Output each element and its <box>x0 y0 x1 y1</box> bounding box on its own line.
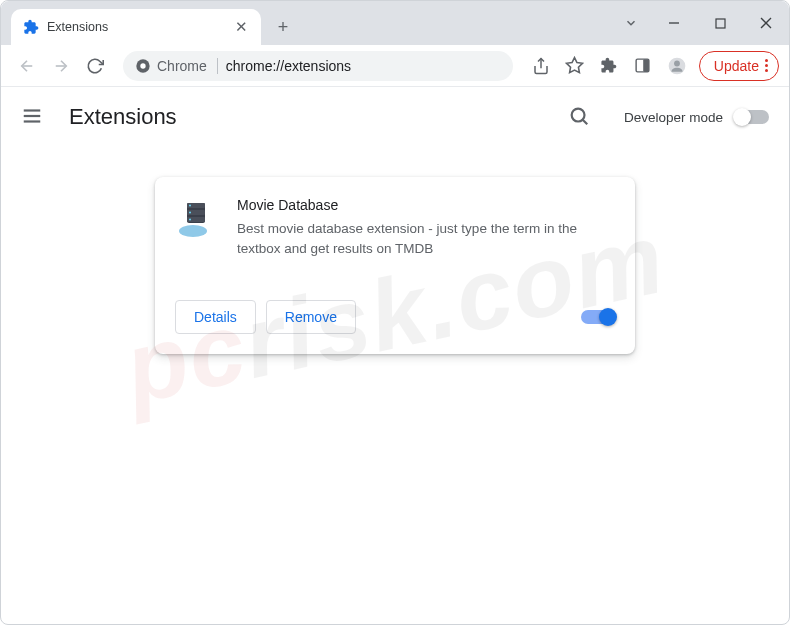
toggle-knob <box>733 108 751 126</box>
toggle-knob <box>599 308 617 326</box>
chevron-down-icon[interactable] <box>611 1 651 45</box>
svg-point-19 <box>179 225 207 237</box>
url-text: chrome://extensions <box>226 58 351 74</box>
browser-tab[interactable]: Extensions ✕ <box>11 9 261 45</box>
window-close-button[interactable] <box>743 1 789 45</box>
maximize-button[interactable] <box>697 1 743 45</box>
svg-rect-1 <box>716 19 725 28</box>
svg-line-18 <box>583 120 588 125</box>
extension-icon <box>175 197 217 239</box>
tab-title: Extensions <box>47 20 225 34</box>
address-bar[interactable]: Chrome chrome://extensions <box>123 51 513 81</box>
hamburger-menu-button[interactable] <box>21 105 45 129</box>
forward-button[interactable] <box>45 50 77 82</box>
extension-name: Movie Database <box>237 197 615 213</box>
side-panel-button[interactable] <box>627 50 659 82</box>
extension-card: Movie Database Best movie database exten… <box>155 177 635 354</box>
svg-point-24 <box>189 205 191 207</box>
content-area: Movie Database Best movie database exten… <box>1 147 789 624</box>
bookmark-star-button[interactable] <box>559 50 591 82</box>
svg-point-13 <box>674 60 680 66</box>
svg-marker-9 <box>567 58 583 73</box>
puzzle-icon <box>23 19 39 35</box>
content-header: Extensions Developer mode <box>1 87 789 147</box>
chrome-chip: Chrome <box>135 58 218 74</box>
extension-enable-toggle[interactable] <box>581 310 615 324</box>
update-label: Update <box>714 58 759 74</box>
new-tab-button[interactable]: + <box>269 13 297 41</box>
extensions-puzzle-button[interactable] <box>593 50 625 82</box>
svg-rect-11 <box>644 59 650 72</box>
titlebar: Extensions ✕ + <box>1 1 789 45</box>
chrome-logo-icon <box>135 58 151 74</box>
chrome-chip-label: Chrome <box>157 58 207 74</box>
search-button[interactable] <box>568 105 592 129</box>
extension-description: Best movie database extension - just typ… <box>237 219 615 260</box>
toolbar: Chrome chrome://extensions Update <box>1 45 789 87</box>
details-button[interactable]: Details <box>175 300 256 334</box>
profile-button[interactable] <box>661 50 693 82</box>
minimize-button[interactable] <box>651 1 697 45</box>
menu-dots-icon <box>765 59 768 72</box>
reload-button[interactable] <box>79 50 111 82</box>
svg-point-7 <box>140 63 145 68</box>
share-button[interactable] <box>525 50 557 82</box>
page-title: Extensions <box>69 104 544 130</box>
developer-mode: Developer mode <box>624 110 769 125</box>
svg-point-17 <box>572 109 585 122</box>
back-button[interactable] <box>11 50 43 82</box>
developer-mode-toggle[interactable] <box>735 110 769 124</box>
remove-button[interactable]: Remove <box>266 300 356 334</box>
close-icon[interactable]: ✕ <box>233 19 249 35</box>
svg-point-26 <box>189 219 191 221</box>
developer-mode-label: Developer mode <box>624 110 723 125</box>
update-button[interactable]: Update <box>699 51 779 81</box>
svg-point-25 <box>189 212 191 214</box>
